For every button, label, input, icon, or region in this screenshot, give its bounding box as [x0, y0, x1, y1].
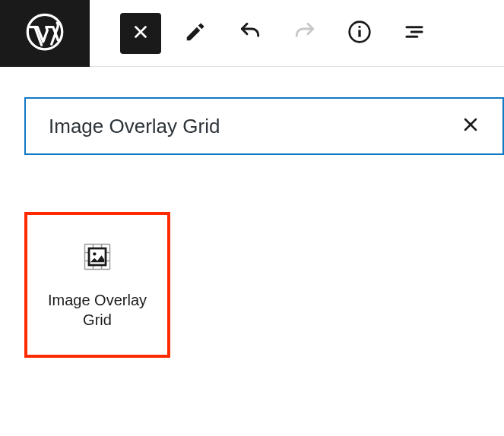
- wordpress-logo-button[interactable]: [0, 0, 90, 67]
- block-results: Image OverlayGrid: [0, 155, 504, 358]
- svg-point-16: [93, 252, 96, 255]
- edit-tool-button[interactable]: [175, 13, 216, 54]
- close-inserter-button[interactable]: [120, 13, 161, 54]
- undo-icon: [238, 20, 262, 47]
- pencil-icon: [184, 21, 207, 46]
- search-text: Image Overlay Grid: [49, 115, 220, 138]
- redo-button[interactable]: [284, 13, 325, 54]
- block-search-area: Image Overlay Grid: [0, 67, 504, 155]
- block-result-label: Image OverlayGrid: [48, 290, 147, 330]
- info-button[interactable]: [339, 13, 380, 54]
- wordpress-icon: [25, 12, 65, 55]
- clear-search-button[interactable]: [461, 115, 480, 137]
- svg-point-3: [358, 25, 360, 27]
- editor-toolbar: [0, 0, 504, 67]
- toolbar-buttons: [90, 13, 435, 54]
- close-icon: [131, 22, 151, 45]
- undo-button[interactable]: [230, 13, 271, 54]
- list-view-icon: [403, 21, 426, 46]
- block-result-image-overlay-grid[interactable]: Image OverlayGrid: [24, 212, 170, 358]
- image-overlay-grid-icon: [81, 240, 114, 273]
- info-icon: [347, 20, 372, 47]
- block-search-input[interactable]: Image Overlay Grid: [24, 97, 504, 155]
- redo-icon: [293, 20, 317, 47]
- close-icon: [461, 123, 480, 136]
- list-view-button[interactable]: [394, 13, 435, 54]
- svg-rect-15: [89, 248, 106, 265]
